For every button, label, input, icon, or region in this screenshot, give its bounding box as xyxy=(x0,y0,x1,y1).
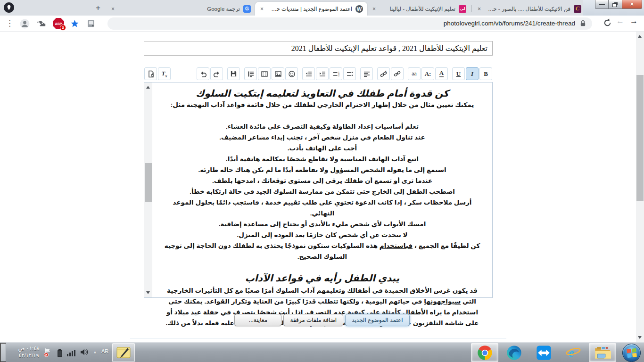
edge-icon xyxy=(506,345,522,361)
tab-close-icon[interactable]: × xyxy=(372,6,377,12)
italic-button-active[interactable]: I xyxy=(466,67,479,80)
quote-icon[interactable] xyxy=(244,67,257,80)
attach-files-button[interactable]: اضافة ملفات مرفقة xyxy=(283,314,343,326)
page-scroll-up-icon[interactable] xyxy=(638,35,642,38)
underline-button[interactable]: U xyxy=(452,67,465,80)
remove-format-button[interactable]: Tx xyxy=(158,67,171,80)
ordered-list-icon[interactable]: 12 xyxy=(330,67,342,80)
editor-scrollbar-thumb[interactable] xyxy=(145,163,152,202)
volume-icon[interactable] xyxy=(80,348,89,357)
browser-toolbar: ⋮ ABP 3 photolovegirl.com/vb/forums/241/… xyxy=(0,16,644,32)
content-line: عند تناول الطعام في منزل شخص آخر ، تجنب … xyxy=(160,132,485,143)
font-size-button[interactable]: A: xyxy=(421,67,434,80)
sticky-note-app-button[interactable] xyxy=(112,343,135,362)
bookmark-star-icon[interactable] xyxy=(70,19,79,30)
tab-separator xyxy=(471,5,471,12)
indent-icon[interactable] xyxy=(316,67,329,80)
lock-icon[interactable] xyxy=(579,20,586,29)
new-tab-button[interactable]: + xyxy=(93,3,103,13)
outdent-icon[interactable] xyxy=(302,67,315,80)
alignment-icon[interactable] xyxy=(360,67,373,80)
content-line: امسك الأبواب لأي شخص مليء بالأيدي أو يحت… xyxy=(160,219,485,230)
scroll-down-icon[interactable] xyxy=(146,291,150,294)
image-icon[interactable] xyxy=(272,67,284,80)
url-text[interactable]: photolovegirl.com/vb/forums/241/create-t… xyxy=(444,20,575,27)
scroll-up-icon[interactable] xyxy=(146,86,150,89)
divider-top xyxy=(130,309,506,309)
unordered-list-icon[interactable] xyxy=(343,67,356,80)
editor-scrollbar[interactable] xyxy=(144,82,152,297)
font-family-button[interactable]: aa xyxy=(408,67,421,80)
tab-create-thread-active[interactable]: W اعتمد الموضوع الجديد | منتديات حب البن… xyxy=(255,2,367,16)
tab-hasna[interactable]: C فن الاتيكيت للأطفال .... بالصور - حسنا… xyxy=(472,2,586,16)
battery-icon[interactable] xyxy=(57,349,63,359)
sticky-note-icon xyxy=(116,346,131,359)
tab-title: تعليم الإتيكيت للأطفال - ليالينا xyxy=(380,6,455,12)
tray-expand-icon[interactable]: ▲ xyxy=(93,350,97,354)
location-pin-icon xyxy=(6,5,12,10)
back-icon[interactable]: → xyxy=(630,16,638,26)
extensions-puzzle-icon[interactable] xyxy=(37,20,46,30)
content-line: اتبع آداب الهاتف المناسبة ولا تقاطع شخصً… xyxy=(160,154,485,165)
hasna-favicon-icon: C xyxy=(574,5,581,13)
svg-text:1: 1 xyxy=(338,71,340,74)
bold-button[interactable]: B xyxy=(479,67,492,80)
adblock-count-badge: 3 xyxy=(60,25,66,31)
file-explorer-app-button[interactable] xyxy=(589,343,616,362)
language-indicator[interactable]: AR xyxy=(101,348,108,354)
internet-explorer-app-button[interactable]: e xyxy=(560,343,587,362)
save-draft-icon[interactable] xyxy=(227,67,240,80)
thread-title-input[interactable] xyxy=(144,41,493,56)
editor-content[interactable]: كن قدوة أمام طفلك في التعاويذ لتعليمه إب… xyxy=(152,82,492,297)
action-center-flag-icon[interactable] xyxy=(43,348,52,359)
svg-text:x: x xyxy=(385,70,387,73)
edge-app-button[interactable] xyxy=(500,343,528,362)
bbcode-toggle-button[interactable] xyxy=(144,67,157,80)
tab-close-icon[interactable]: × xyxy=(110,6,116,12)
insert-group xyxy=(244,67,298,80)
content-line: أجب على الهاتف بأدب. xyxy=(160,143,485,154)
profile-icon[interactable] xyxy=(20,19,30,30)
text-color-button[interactable]: A xyxy=(435,67,448,80)
adblock-extension-icon[interactable]: ABP 3 xyxy=(53,18,64,29)
address-bar[interactable]: photolovegirl.com/vb/forums/241/create-t… xyxy=(107,17,592,30)
wordpress-favicon-icon: W xyxy=(355,5,363,13)
svg-text:2: 2 xyxy=(338,74,340,77)
forward-icon[interactable]: ← xyxy=(616,16,624,26)
align-group xyxy=(360,67,373,80)
smilie-icon[interactable] xyxy=(285,67,298,80)
page-scrollbar[interactable] xyxy=(636,32,644,342)
unlink-icon[interactable]: x xyxy=(377,67,390,80)
restore-button[interactable] xyxy=(609,0,622,9)
minimize-button[interactable] xyxy=(595,0,609,9)
chrome-app-button[interactable] xyxy=(471,343,498,362)
redo-icon[interactable] xyxy=(210,67,223,80)
save-group xyxy=(227,67,240,80)
post-thread-button[interactable]: اعتمد الموضوع الجديد xyxy=(345,314,409,326)
network-signal-icon[interactable] xyxy=(67,349,76,358)
tab-strip: + G ترجمة Google × W اعتمد الموضوع الجدي… xyxy=(0,0,644,16)
tab-title: اعتمد الموضوع الجديد | منتديات حب البنات xyxy=(268,6,352,12)
page-scroll-down-icon[interactable] xyxy=(638,336,642,339)
media-icon[interactable] xyxy=(258,67,271,80)
tab-close-icon[interactable]: × xyxy=(477,6,482,12)
content-line: استمع إلى ما يقوله الشخص المسؤول ولا تقا… xyxy=(160,165,485,175)
extension-page-icon[interactable] xyxy=(87,19,95,29)
editor-box: كن قدوة أمام طفلك في التعاويذ لتعليمه إب… xyxy=(144,82,493,298)
tab-close-icon[interactable]: × xyxy=(259,6,264,12)
reload-icon[interactable] xyxy=(603,18,612,30)
page-scrollbar-thumb[interactable] xyxy=(636,75,644,201)
content-heading-1: كن قدوة أمام طفلك في التعاويذ لتعليمه إب… xyxy=(160,88,485,99)
link-group: x xyxy=(377,67,404,80)
teamviewer-app-button[interactable] xyxy=(530,343,557,362)
start-button[interactable] xyxy=(619,343,644,362)
browser-pin-icon[interactable] xyxy=(4,2,14,13)
preview-button[interactable]: معاينة... xyxy=(234,314,281,326)
show-desktop-button[interactable] xyxy=(0,343,6,362)
link-icon[interactable] xyxy=(391,67,404,80)
tab-google-translate[interactable]: G ترجمة Google × xyxy=(106,2,255,16)
close-button[interactable]: × xyxy=(622,0,642,9)
tab-layalina[interactable]: لي تعليم الإتيكيت للأطفال - ليالينا × xyxy=(367,2,471,16)
browser-menu-icon[interactable]: ⋮ xyxy=(6,18,14,28)
undo-icon[interactable] xyxy=(197,67,209,80)
